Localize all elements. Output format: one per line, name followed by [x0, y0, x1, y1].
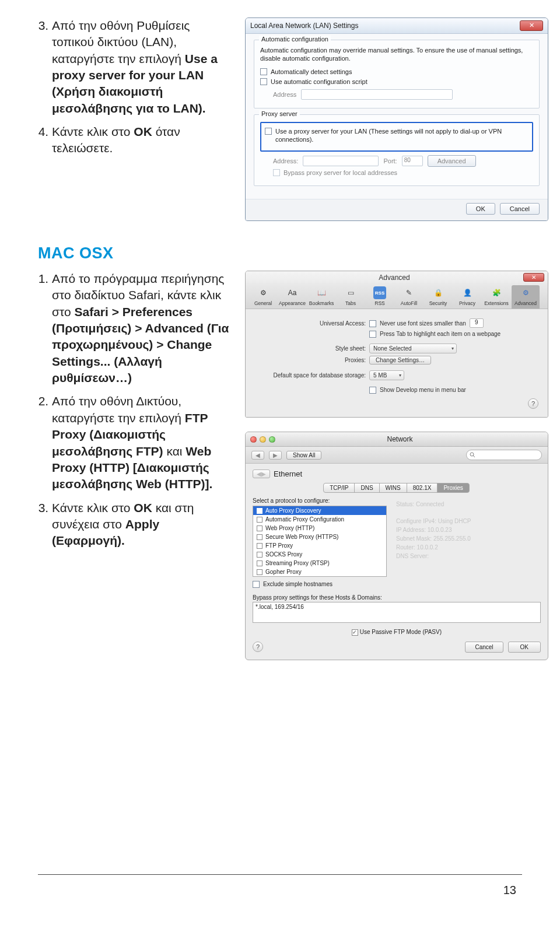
- proxy-server-group: Proxy server Use a proxy server for your…: [254, 114, 540, 186]
- forward-button[interactable]: ▶: [269, 451, 282, 460]
- checkbox-label: Use a proxy server for your LAN (These s…: [275, 127, 528, 144]
- proxy-address-label: Address:: [273, 157, 298, 164]
- bypass-textarea[interactable]: *.local, 169.254/16: [253, 602, 541, 623]
- proxy-port-input[interactable]: 80: [402, 156, 423, 166]
- macosx-heading: MAC OSX: [38, 244, 528, 262]
- tab-8021x[interactable]: 802.1X: [407, 483, 438, 493]
- ghost-status: Status: Connected: [396, 500, 541, 509]
- tab-extensions[interactable]: 🧩Extensions: [482, 285, 510, 309]
- proxy-address-input[interactable]: [303, 156, 379, 166]
- db-select[interactable]: 5 MB: [369, 370, 404, 380]
- back-button[interactable]: ◀: [251, 451, 264, 460]
- select-protocol-label: Select a protocol to configure:: [253, 497, 388, 504]
- ghost-mask: Subnet Mask: 255.255.255.0: [396, 534, 541, 543]
- protocol-item[interactable]: FTP Proxy: [253, 541, 386, 550]
- auto-detect-checkbox[interactable]: [260, 68, 267, 75]
- change-settings-button[interactable]: Change Settings…: [369, 356, 431, 365]
- autofill-icon: ✎: [402, 286, 415, 299]
- tab-privacy[interactable]: 👤Privacy: [453, 285, 481, 309]
- protocol-checkbox[interactable]: [257, 543, 262, 549]
- tab-autofill[interactable]: ✎AutoFill: [395, 285, 423, 309]
- protocol-checkbox[interactable]: [257, 517, 262, 523]
- script-address-input[interactable]: [301, 89, 453, 100]
- use-script-checkbox[interactable]: [260, 78, 267, 85]
- tab-tcpip[interactable]: TCP/IP: [323, 483, 355, 493]
- exclude-hostnames-checkbox[interactable]: [253, 581, 260, 588]
- ua-label: Universal Access:: [255, 320, 366, 327]
- stylesheet-select[interactable]: None Selected: [369, 344, 457, 353]
- ghost-dns: DNS Server:: [396, 552, 541, 560]
- tab-tabs[interactable]: ▭Tabs: [337, 285, 365, 309]
- protocol-label: Auto Proxy Discovery: [265, 507, 321, 514]
- help-button[interactable]: ?: [528, 398, 538, 409]
- tab-rss[interactable]: RSSRSS: [366, 285, 394, 309]
- fontsize-checkbox[interactable]: [369, 320, 376, 327]
- protocol-item[interactable]: Streaming Proxy (RTSP): [253, 559, 386, 567]
- tab-bookmarks[interactable]: 📖Bookmarks: [307, 285, 335, 309]
- close-button[interactable]: ✕: [523, 273, 544, 282]
- minimize-icon[interactable]: [260, 436, 266, 443]
- checkbox-label: Bypass proxy server for local addresses: [284, 169, 397, 177]
- tab-security[interactable]: 🔒Security: [424, 285, 452, 309]
- develop-checkbox[interactable]: [369, 387, 376, 394]
- advanced-button[interactable]: Advanced: [428, 155, 476, 167]
- tab-label: Tabs: [345, 300, 356, 306]
- tab-wins[interactable]: WINS: [379, 483, 407, 493]
- protocol-item[interactable]: Auto Proxy Discovery: [253, 506, 386, 515]
- ok-button[interactable]: OK: [466, 203, 495, 215]
- cancel-button[interactable]: Cancel: [465, 642, 503, 653]
- rss-icon: RSS: [373, 286, 386, 299]
- fontsize-input[interactable]: 9: [470, 318, 484, 328]
- bypass-local-checkbox[interactable]: [273, 169, 280, 176]
- bypass-value: *.local, 169.254/16: [256, 604, 304, 610]
- protocol-list: Auto Proxy Discovery Automatic Proxy Con…: [253, 506, 387, 577]
- tab-label: Appearance: [279, 300, 306, 306]
- protocol-item[interactable]: Secure Web Proxy (HTTPS): [253, 532, 386, 541]
- tab-label: Bookmarks: [309, 300, 334, 306]
- search-input[interactable]: [466, 450, 542, 460]
- tab-advanced[interactable]: ⚙Advanced: [512, 285, 540, 309]
- tab-label: RSS: [374, 300, 384, 306]
- show-all-button[interactable]: Show All: [286, 451, 321, 460]
- protocol-checkbox[interactable]: [257, 525, 262, 531]
- group-legend: Automatic configuration: [259, 36, 331, 43]
- protocol-item[interactable]: Automatic Proxy Configuration: [253, 515, 386, 524]
- tab-general[interactable]: ⚙General: [249, 285, 277, 309]
- protocol-checkbox[interactable]: [257, 552, 262, 558]
- help-button[interactable]: ?: [253, 642, 263, 652]
- tab-proxies[interactable]: Proxies: [437, 483, 469, 493]
- instruction-step-4: Κάντε κλικ στο OK όταν τελειώσετε.: [52, 124, 230, 157]
- protocol-item[interactable]: Gopher Proxy: [253, 567, 386, 576]
- auto-config-group: Automatic configuration Automatic config…: [254, 40, 540, 108]
- protocol-checkbox[interactable]: [257, 560, 262, 566]
- close-icon[interactable]: [250, 436, 257, 443]
- protocol-item[interactable]: Web Proxy (HTTP): [253, 524, 386, 532]
- step-text: Κάντε κλικ στο: [52, 501, 134, 514]
- eth-nav[interactable]: ◀▶: [253, 469, 270, 478]
- checkbox-label: Use automatic configuration script: [271, 78, 368, 86]
- tab-label: AutoFill: [401, 300, 417, 306]
- extensions-icon: 🧩: [490, 286, 503, 299]
- presstab-checkbox[interactable]: [369, 331, 376, 338]
- instruction-step-3: Από την οθόνη Ρυθμίσεις τοπικού δικτύου …: [52, 17, 230, 117]
- footer-rule: [38, 874, 522, 875]
- group-legend: Proxy server: [259, 110, 300, 117]
- tab-appearance[interactable]: AaAppearance: [278, 285, 306, 309]
- pasv-checkbox[interactable]: ✓: [352, 629, 358, 636]
- tab-label: Extensions: [484, 300, 509, 306]
- zoom-icon[interactable]: [269, 436, 275, 443]
- auto-config-desc: Automatic configuration may override man…: [260, 46, 533, 63]
- protocol-checkbox[interactable]: [257, 508, 262, 514]
- protocol-checkbox[interactable]: [257, 569, 262, 575]
- use-proxy-checkbox[interactable]: [265, 128, 272, 135]
- ghost-router: Router: 10.0.0.2: [396, 543, 541, 552]
- close-button[interactable]: ✕: [520, 20, 543, 31]
- cancel-button[interactable]: Cancel: [500, 203, 540, 215]
- ok-button[interactable]: OK: [508, 642, 541, 653]
- network-tabbar: TCP/IP DNS WINS 802.1X Proxies: [253, 483, 541, 493]
- tab-label: Advanced: [514, 300, 537, 306]
- tab-dns[interactable]: DNS: [354, 483, 379, 493]
- tabs-icon: ▭: [344, 286, 357, 299]
- protocol-item[interactable]: SOCKS Proxy: [253, 550, 386, 559]
- protocol-checkbox[interactable]: [257, 534, 262, 540]
